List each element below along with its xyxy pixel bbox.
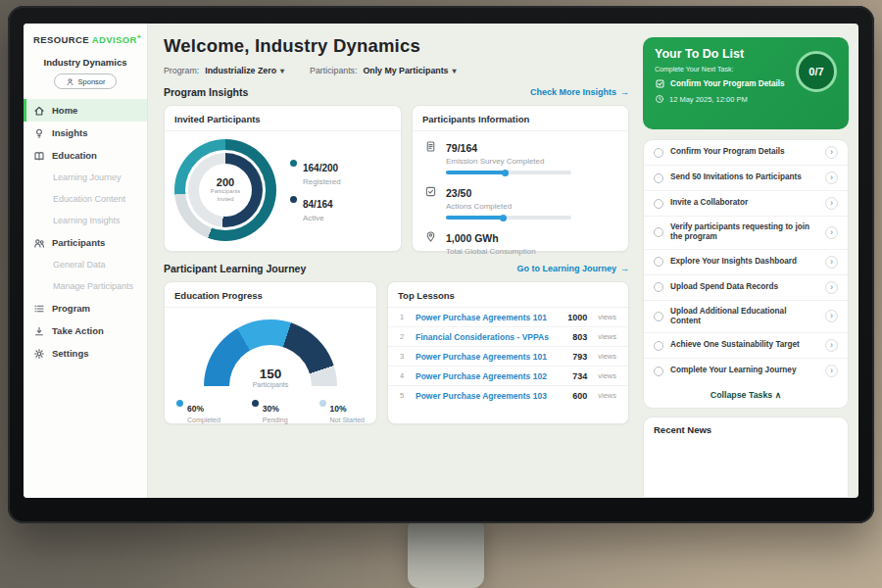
task-row[interactable]: Achieve One Sustainability Target ›	[644, 333, 848, 359]
task-row[interactable]: Confirm Your Program Details ›	[644, 140, 848, 166]
donut-center-value: 200	[217, 176, 234, 188]
program-dropdown[interactable]: Industrialize Zero▾	[205, 66, 284, 75]
lesson-link[interactable]: Financial Considerations - VPPAs	[416, 332, 564, 342]
views-label: views	[598, 371, 616, 380]
sidebar-item-home[interactable]: Home	[24, 99, 147, 122]
task-checkbox[interactable]	[654, 341, 663, 351]
sidebar-item-learning-journey[interactable]: Learning Journey	[24, 167, 147, 188]
participants-dropdown[interactable]: Only My Participants▾	[363, 66, 456, 75]
participants-dropdown-value: Only My Participants	[363, 66, 448, 75]
lesson-rank: 5	[400, 391, 408, 400]
task-row[interactable]: Explore Your Insights Dashboard ›	[644, 250, 848, 275]
card-title: Education Progress	[165, 282, 376, 308]
program-list-icon	[33, 303, 45, 315]
lesson-link[interactable]: Power Purchase Agreements 103	[416, 391, 564, 401]
lesson-link[interactable]: Power Purchase Agreements 102	[416, 371, 564, 381]
lesson-views: 734	[572, 371, 587, 381]
views-label: views	[598, 332, 616, 341]
task-checkbox[interactable]	[654, 199, 663, 209]
task-checkbox[interactable]	[654, 312, 663, 321]
chevron-right-icon[interactable]: ›	[825, 256, 838, 269]
sidebar-item-participants[interactable]: Participants	[24, 231, 147, 254]
collapse-tasks-label: Collapse Tasks	[710, 390, 772, 400]
brand-plus: +	[137, 33, 142, 40]
chevron-right-icon[interactable]: ›	[825, 310, 838, 322]
actions-label: Actions Completed	[446, 202, 571, 211]
task-row[interactable]: Upload Spend Data Records ›	[644, 275, 848, 301]
sidebar-item-education-content[interactable]: Education Content	[24, 188, 147, 210]
task-label: Invite a Collaborator	[670, 198, 818, 208]
task-row[interactable]: Invite a Collaborator ›	[644, 191, 848, 217]
top-lessons-card: Top Lessons 1 Power Purchase Agreements …	[387, 281, 629, 424]
survey-document-icon	[424, 138, 438, 174]
active-label: Active	[303, 214, 333, 222]
chevron-right-icon[interactable]: ›	[825, 172, 838, 184]
chevron-right-icon[interactable]: ›	[825, 197, 838, 210]
go-to-learning-journey-link[interactable]: Go to Learning Journey→	[516, 264, 629, 273]
chevron-right-icon[interactable]: ›	[825, 339, 838, 352]
task-row[interactable]: Verify participants requesting to join t…	[644, 217, 848, 250]
views-label: views	[598, 313, 616, 321]
lesson-rank: 4	[400, 371, 408, 380]
sidebar-item-manage-participants[interactable]: Manage Participants	[24, 275, 147, 297]
recent-news-card: Recent News	[643, 416, 849, 498]
lesson-link[interactable]: Power Purchase Agreements 101	[416, 352, 564, 362]
task-checkbox[interactable]	[654, 367, 663, 376]
chevron-right-icon[interactable]: ›	[825, 365, 838, 377]
sidebar-item-label: Insights	[52, 127, 87, 138]
brand-logo: RESOURCE ADVISOR+	[24, 33, 147, 45]
lesson-row: 1 Power Purchase Agreements 101 1000view…	[388, 308, 628, 327]
task-row[interactable]: Send 50 Invitations to Participants ›	[644, 166, 848, 191]
task-row[interactable]: Upload Additional Educational Content ›	[644, 301, 848, 334]
survey-progress-bar	[446, 171, 571, 174]
lesson-views: 793	[572, 352, 587, 362]
todo-due-date-label: 12 May 2025, 12:00 PM	[669, 95, 748, 104]
sidebar-item-take-action[interactable]: Take Action	[24, 319, 147, 342]
task-checkbox[interactable]	[654, 227, 663, 237]
participants-icon	[33, 237, 45, 249]
chevron-right-icon[interactable]: ›	[825, 281, 838, 294]
sidebar-item-general-data[interactable]: General Data	[24, 254, 147, 275]
task-row[interactable]: Complete Your Learning Journey ›	[644, 359, 848, 383]
task-label: Verify participants requesting to join t…	[670, 222, 818, 243]
invited-participants-card: Invited Participants 200 Participants In…	[164, 105, 402, 252]
chevron-right-icon[interactable]: ›	[825, 226, 838, 239]
sidebar-item-settings[interactable]: Settings	[24, 342, 147, 365]
legend-label: Completed	[187, 416, 220, 423]
monitor-bezel: RESOURCE ADVISOR+ Industry Dynamics Spon…	[8, 6, 874, 523]
todo-summary-card: Your To Do List Complete Your Next Task:…	[643, 37, 849, 129]
home-icon	[33, 105, 45, 117]
arrow-right-icon: →	[620, 87, 629, 97]
sidebar-item-insights[interactable]: Insights	[24, 122, 147, 144]
learning-card-row: Education Progress 150 Participants	[164, 281, 629, 424]
registered-label: Registered	[303, 177, 341, 186]
task-checkbox[interactable]	[654, 173, 663, 183]
check-more-insights-link[interactable]: Check More Insights→	[530, 87, 629, 97]
chevron-right-icon[interactable]: ›	[825, 146, 838, 159]
legend-label: Not Started	[330, 416, 365, 423]
consumption-value: 1,000 GWh	[446, 232, 499, 244]
navy-dot-icon	[252, 400, 259, 407]
lesson-link[interactable]: Power Purchase Agreements 101	[416, 313, 560, 322]
sidebar-item-education[interactable]: Education	[24, 144, 147, 167]
lesson-row: 2 Financial Considerations - VPPAs 803vi…	[388, 327, 628, 347]
task-checkbox[interactable]	[654, 148, 663, 158]
actions-value: 23/50	[446, 187, 471, 199]
consumption-label: Total Global Consumption	[446, 247, 536, 256]
invited-card-body: 200 Participants Invited 164/200	[165, 131, 401, 249]
actions-progress-bar	[446, 216, 571, 220]
task-checkbox[interactable]	[654, 282, 663, 292]
todo-panel: Your To Do List Complete Your Next Task:…	[639, 24, 858, 498]
collapse-tasks-button[interactable]: Collapse Tasks ∧	[644, 383, 848, 408]
sidebar-item-learning-insights[interactable]: Learning Insights	[24, 210, 147, 231]
program-insights-header: Program Insights Check More Insights→	[164, 86, 629, 98]
sidebar-item-program[interactable]: Program	[24, 297, 147, 319]
sidebar-item-label: General Data	[53, 260, 106, 270]
section-title-learning-journey: Participant Learning Journey	[164, 263, 306, 274]
arrow-right-icon: →	[620, 264, 629, 273]
participants-information-card: Participants Information 79/164 Emission…	[412, 105, 629, 252]
gauge-legend: 60% Completed 30% Pending 10%	[165, 386, 376, 423]
legend-not-started: 10% Not Started	[319, 398, 365, 423]
sidebar: RESOURCE ADVISOR+ Industry Dynamics Spon…	[24, 24, 148, 498]
task-checkbox[interactable]	[654, 257, 663, 267]
